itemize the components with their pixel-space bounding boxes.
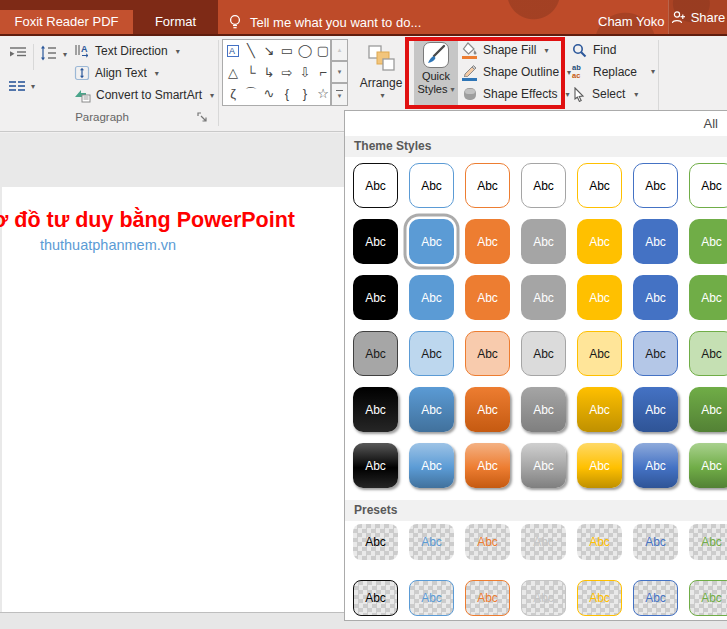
shape-glyph-2-3[interactable]: { — [278, 83, 296, 105]
tellme-box[interactable]: Tell me what you want to do... — [228, 10, 421, 34]
style-swatch[interactable]: Abc — [577, 524, 622, 560]
indent-icon[interactable] — [9, 46, 27, 60]
shape-glyph-2-2[interactable]: ∿ — [260, 83, 278, 105]
style-swatch[interactable]: Abc — [353, 275, 398, 320]
style-swatch[interactable]: Abc — [353, 219, 398, 264]
shapes-scroll-down-button[interactable]: ▾ — [331, 61, 348, 83]
swatch-label: Abc — [701, 591, 722, 605]
style-swatch[interactable]: Abc — [409, 275, 454, 320]
style-swatch[interactable]: Abc — [465, 387, 510, 432]
style-swatch[interactable]: Abc — [353, 443, 398, 488]
style-swatch[interactable]: Abc — [633, 275, 678, 320]
columns-icon[interactable] — [8, 80, 26, 93]
shape-glyph-1-5[interactable]: ⌐ — [314, 62, 332, 84]
text-direction-button[interactable]: A Text Direction ▾ — [74, 41, 180, 61]
shape-glyph-0-1[interactable]: ╲ — [242, 40, 260, 62]
style-swatch[interactable]: Abc — [689, 524, 727, 560]
style-swatch[interactable]: Abc — [577, 387, 622, 432]
shape-glyph-0-2[interactable]: ↘ — [260, 40, 278, 62]
style-swatch[interactable]: Abc — [409, 524, 454, 560]
style-swatch[interactable]: Abc — [521, 219, 566, 264]
style-swatch[interactable]: Abc — [633, 580, 678, 616]
style-swatch[interactable]: Abc — [465, 580, 510, 616]
style-swatch[interactable]: Abc — [521, 163, 566, 208]
style-swatch[interactable]: Abc — [633, 387, 678, 432]
shape-glyph-1-2[interactable]: ↳ — [260, 62, 278, 84]
gallery-all-label[interactable]: All — [704, 116, 718, 131]
style-swatch[interactable]: Abc — [465, 219, 510, 264]
style-swatch[interactable]: Abc — [577, 163, 622, 208]
shape-glyph-2-5[interactable]: ☆ — [314, 83, 332, 105]
style-swatch[interactable]: Abc — [633, 219, 678, 264]
style-swatch[interactable]: Abc — [465, 275, 510, 320]
style-swatch[interactable]: Abc — [409, 387, 454, 432]
style-swatch[interactable]: Abc — [689, 443, 727, 488]
shapes-more-button[interactable]: ▾ — [331, 83, 348, 106]
shape-glyph-1-4[interactable]: ⇩ — [296, 62, 314, 84]
style-swatch[interactable]: Abc — [409, 219, 454, 264]
paragraph-dialog-launcher-icon[interactable] — [197, 112, 210, 125]
shape-glyph-2-0[interactable]: ζ — [224, 83, 242, 105]
style-swatch[interactable]: Abc — [521, 524, 566, 560]
dropdown-arrow-icon[interactable]: ▾ — [31, 82, 35, 91]
shape-glyph-2-1[interactable]: ⌒ — [242, 83, 260, 105]
shape-glyph-0-0[interactable]: A — [224, 40, 242, 62]
shape-glyph-1-1[interactable]: └ — [242, 62, 260, 84]
style-swatch[interactable]: Abc — [577, 219, 622, 264]
style-swatch[interactable]: Abc — [577, 275, 622, 320]
style-swatch[interactable]: Abc — [689, 580, 727, 616]
style-swatch[interactable]: Abc — [689, 275, 727, 320]
style-swatch[interactable]: Abc — [409, 443, 454, 488]
style-swatch[interactable]: Abc — [465, 331, 510, 376]
style-swatch[interactable]: Abc — [353, 580, 398, 616]
style-swatch[interactable]: Abc — [633, 331, 678, 376]
style-swatch[interactable]: Abc — [521, 387, 566, 432]
style-swatch[interactable]: Abc — [577, 580, 622, 616]
style-swatch[interactable]: Abc — [689, 219, 727, 264]
line-spacing-icon[interactable] — [40, 45, 57, 61]
replace-button[interactable]: abac Replace — [572, 63, 637, 81]
shape-glyph-0-4[interactable]: ◯ — [296, 40, 314, 62]
style-swatch[interactable]: Abc — [633, 443, 678, 488]
shapes-scroll-up-button[interactable]: ▴ — [331, 39, 348, 61]
style-swatch[interactable]: Abc — [577, 443, 622, 488]
user-name[interactable]: Cham Yoko — [598, 10, 665, 34]
style-swatch[interactable]: Abc — [689, 163, 727, 208]
ribbon-tab-foxit[interactable]: Foxit Reader PDF — [0, 10, 133, 34]
style-swatch[interactable]: Abc — [689, 331, 727, 376]
slide-link[interactable]: thuthuatphanmem.vn — [26, 237, 190, 253]
style-swatch[interactable]: Abc — [521, 443, 566, 488]
style-swatch[interactable]: Abc — [521, 580, 566, 616]
shape-glyph-0-3[interactable]: ▭ — [278, 40, 296, 62]
shape-glyph-2-4[interactable]: } — [296, 83, 314, 105]
style-swatch[interactable]: Abc — [353, 387, 398, 432]
shape-glyph-1-0[interactable]: △ — [224, 62, 242, 84]
style-swatch[interactable]: Abc — [409, 331, 454, 376]
style-swatch[interactable]: Abc — [465, 163, 510, 208]
style-swatch[interactable]: Abc — [577, 331, 622, 376]
share-button[interactable]: Share — [668, 0, 727, 34]
dropdown-arrow-icon[interactable]: ▾ — [63, 50, 67, 59]
style-swatch[interactable]: Abc — [353, 163, 398, 208]
select-button[interactable]: Select ▾ — [572, 85, 638, 103]
align-text-button[interactable]: Align Text ▾ — [74, 63, 159, 83]
style-swatch[interactable]: Abc — [633, 524, 678, 560]
style-swatch[interactable]: Abc — [353, 331, 398, 376]
style-swatch[interactable]: Abc — [465, 524, 510, 560]
style-swatch[interactable]: Abc — [465, 443, 510, 488]
convert-smartart-button[interactable]: Convert to SmartArt ▾ — [74, 85, 214, 105]
find-button[interactable]: Find — [572, 41, 616, 59]
style-swatch[interactable]: Abc — [409, 163, 454, 208]
style-swatch[interactable]: Abc — [633, 163, 678, 208]
shape-glyph-0-5[interactable]: ▢ — [314, 40, 332, 62]
style-swatch[interactable]: Abc — [521, 331, 566, 376]
ribbon-tab-format[interactable]: Format — [133, 0, 218, 34]
style-swatch[interactable]: Abc — [689, 387, 727, 432]
style-swatch[interactable]: Abc — [409, 580, 454, 616]
arrange-button[interactable]: Arrange ▾ — [354, 39, 408, 109]
shape-glyph-1-3[interactable]: ⇨ — [278, 62, 296, 84]
slide-title[interactable]: ơ đồ tư duy bằng PowerPoint — [0, 208, 295, 233]
style-swatch[interactable]: Abc — [521, 275, 566, 320]
style-swatch[interactable]: Abc — [353, 524, 398, 560]
replace-dropdown-arrow-icon[interactable]: ▾ — [651, 67, 655, 76]
